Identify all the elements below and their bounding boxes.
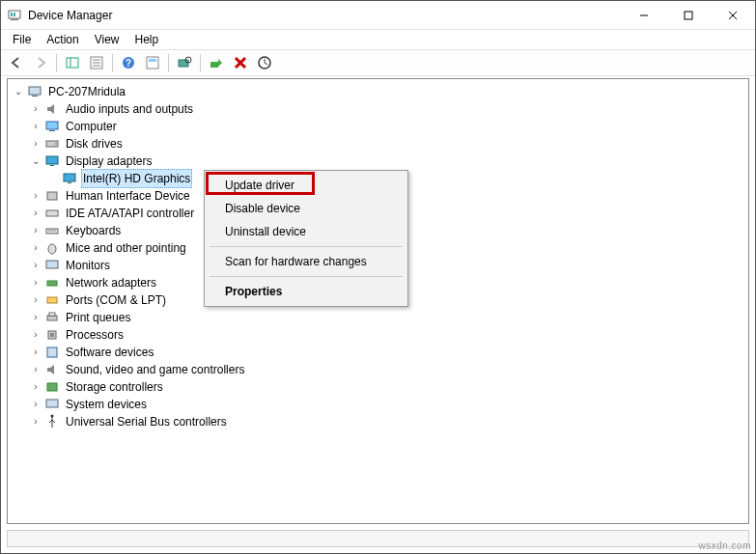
toolbar-separator bbox=[168, 54, 169, 71]
cpu-icon bbox=[44, 327, 60, 343]
tree-node-sound[interactable]: ›Sound, video and game controllers bbox=[8, 361, 748, 378]
show-hide-tree-button[interactable] bbox=[61, 51, 84, 74]
tree-node-disk[interactable]: ›Disk drives bbox=[8, 135, 748, 152]
expand-icon[interactable]: › bbox=[29, 241, 42, 255]
tree-node-usb[interactable]: ›Universal Serial Bus controllers bbox=[8, 413, 748, 430]
svg-rect-43 bbox=[50, 333, 54, 337]
expand-icon[interactable]: › bbox=[29, 380, 42, 394]
sound-icon bbox=[44, 362, 60, 377]
expand-icon[interactable]: › bbox=[29, 328, 42, 342]
tree-node-display[interactable]: ⌄Display adapters bbox=[8, 152, 748, 170]
tree-node-computer[interactable]: ›Computer bbox=[8, 118, 748, 135]
context-update-driver[interactable]: Update driver bbox=[208, 174, 405, 197]
svg-point-47 bbox=[51, 415, 54, 418]
svg-rect-8 bbox=[67, 58, 78, 68]
tree-root-label: PC-207Mridula bbox=[46, 83, 127, 100]
svg-rect-24 bbox=[46, 122, 58, 129]
expand-icon[interactable]: › bbox=[29, 363, 42, 376]
collapse-icon[interactable]: ⌄ bbox=[29, 154, 42, 168]
menu-file[interactable]: File bbox=[5, 31, 39, 48]
close-button[interactable] bbox=[711, 1, 755, 29]
expand-icon[interactable]: › bbox=[29, 311, 42, 324]
expand-icon[interactable]: › bbox=[29, 293, 42, 307]
printer-icon bbox=[44, 310, 60, 325]
collapse-icon[interactable]: ⌄ bbox=[12, 85, 25, 98]
ports-icon bbox=[44, 292, 60, 308]
context-menu: Update driver Disable device Uninstall d… bbox=[204, 170, 408, 307]
svg-rect-17 bbox=[149, 59, 156, 62]
tree-node-audio[interactable]: ›Audio inputs and outputs bbox=[8, 100, 748, 118]
tree-root[interactable]: ⌄ PC-207Mridula bbox=[8, 83, 748, 100]
svg-rect-39 bbox=[47, 297, 57, 303]
svg-point-27 bbox=[55, 143, 57, 145]
computer-icon bbox=[44, 119, 60, 134]
context-disable-device[interactable]: Disable device bbox=[208, 197, 405, 220]
forward-button[interactable] bbox=[29, 51, 52, 74]
storage-icon bbox=[44, 379, 60, 395]
context-separator bbox=[210, 276, 403, 277]
tree-node-storage[interactable]: ›Storage controllers bbox=[8, 378, 748, 396]
toolbar-separator bbox=[112, 54, 113, 71]
ide-icon bbox=[44, 206, 60, 221]
expand-icon[interactable]: › bbox=[29, 224, 42, 237]
svg-rect-29 bbox=[50, 165, 54, 166]
scan-hardware-button[interactable] bbox=[173, 51, 196, 74]
expand-icon[interactable]: › bbox=[29, 102, 42, 116]
menu-view[interactable]: View bbox=[87, 31, 127, 48]
svg-rect-37 bbox=[46, 261, 58, 268]
expand-icon[interactable]: › bbox=[29, 415, 42, 429]
usb-icon bbox=[44, 414, 60, 429]
expand-icon[interactable]: › bbox=[29, 120, 42, 133]
window-controls bbox=[622, 1, 755, 29]
svg-rect-20 bbox=[210, 62, 218, 68]
tree-node-software[interactable]: ›Software devices bbox=[8, 344, 748, 361]
expand-icon[interactable]: › bbox=[29, 276, 42, 290]
tree-node-processors[interactable]: ›Processors bbox=[8, 326, 748, 344]
menu-action[interactable]: Action bbox=[39, 31, 86, 48]
svg-rect-28 bbox=[46, 156, 58, 164]
svg-rect-18 bbox=[179, 60, 188, 67]
keyboard-icon bbox=[44, 223, 60, 238]
svg-rect-16 bbox=[147, 57, 158, 69]
svg-rect-41 bbox=[49, 313, 55, 316]
svg-rect-22 bbox=[29, 87, 41, 95]
uninstall-button[interactable] bbox=[229, 51, 252, 74]
context-properties[interactable]: Properties bbox=[208, 280, 405, 303]
network-icon bbox=[44, 275, 60, 291]
toolbar-separator bbox=[200, 54, 201, 71]
tree-node-system[interactable]: ›System devices bbox=[8, 396, 748, 413]
maximize-button[interactable] bbox=[666, 1, 711, 29]
context-scan-hardware[interactable]: Scan for hardware changes bbox=[208, 250, 405, 273]
context-uninstall-device[interactable]: Uninstall device bbox=[208, 220, 405, 243]
computer-icon bbox=[27, 84, 42, 99]
svg-point-36 bbox=[48, 244, 56, 254]
disable-button[interactable] bbox=[253, 51, 276, 74]
titlebar: Device Manager bbox=[1, 1, 755, 30]
expand-icon[interactable]: › bbox=[29, 189, 42, 203]
device-manager-icon bbox=[7, 8, 22, 23]
menubar: File Action View Help bbox=[1, 30, 755, 49]
toolbar-icon[interactable] bbox=[141, 51, 164, 74]
expand-icon[interactable]: › bbox=[29, 346, 42, 359]
toolbar: ? bbox=[1, 49, 755, 76]
svg-rect-38 bbox=[47, 281, 57, 286]
properties-button[interactable] bbox=[85, 51, 108, 74]
update-driver-button[interactable] bbox=[205, 51, 228, 74]
svg-rect-46 bbox=[46, 400, 58, 407]
minimize-button[interactable] bbox=[622, 1, 666, 29]
svg-rect-2 bbox=[11, 13, 13, 16]
svg-rect-30 bbox=[64, 174, 75, 181]
back-button[interactable] bbox=[5, 51, 28, 74]
mouse-icon bbox=[44, 240, 60, 256]
expand-icon[interactable]: › bbox=[29, 259, 42, 272]
svg-rect-40 bbox=[47, 316, 57, 320]
context-separator bbox=[210, 246, 403, 247]
expand-icon[interactable]: › bbox=[29, 137, 42, 151]
tree-node-print[interactable]: ›Print queues bbox=[8, 309, 748, 326]
menu-help[interactable]: Help bbox=[127, 31, 167, 48]
expand-icon[interactable]: › bbox=[29, 207, 42, 220]
expand-icon[interactable]: › bbox=[29, 398, 42, 411]
svg-rect-31 bbox=[68, 182, 71, 183]
audio-icon bbox=[44, 101, 60, 117]
help-button[interactable]: ? bbox=[117, 51, 140, 74]
